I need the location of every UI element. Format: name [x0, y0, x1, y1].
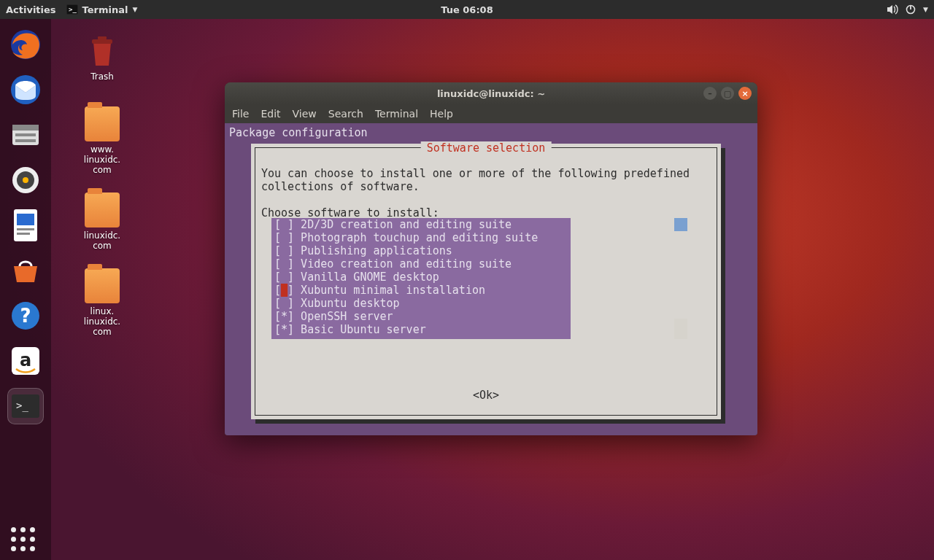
app-menu-label: Terminal [82, 4, 128, 15]
system-status-area[interactable]: ▼ [887, 4, 928, 15]
folder-icon [85, 268, 120, 303]
svg-point-13 [23, 177, 28, 183]
power-icon [906, 4, 916, 15]
menu-search[interactable]: Search [328, 108, 363, 120]
dock: ? a >_ [0, 19, 51, 560]
thunderbird-icon [9, 74, 42, 106]
tasksel-dialog: Software selection You can choose to ins… [251, 144, 721, 419]
chevron-down-icon: ▼ [132, 6, 137, 13]
svg-text:?: ? [20, 305, 31, 327]
menu-edit[interactable]: Edit [260, 108, 280, 120]
chevron-down-icon: ▼ [923, 6, 928, 13]
dock-terminal[interactable]: >_ [7, 388, 44, 424]
dock-amazon[interactable]: a [7, 343, 44, 379]
svg-rect-25 [98, 36, 107, 39]
dock-software[interactable] [7, 252, 44, 289]
amazon-icon: a [10, 346, 41, 376]
icon-label: linux. linuxidc. com [69, 306, 135, 337]
menu-file[interactable]: File [232, 108, 249, 120]
folder-icon [85, 192, 120, 228]
menu-view[interactable]: View [293, 108, 317, 120]
gnome-top-bar: Activities >_ Terminal ▼ Tue 06:08 ▼ [0, 0, 934, 19]
firefox-icon [9, 28, 42, 61]
dock-help[interactable]: ? [7, 298, 44, 334]
window-maximize-button[interactable]: ▢ [721, 87, 734, 100]
software-option[interactable]: [ ] Vanilla GNOME desktop [274, 271, 568, 284]
options-scrollbar[interactable] [674, 218, 687, 339]
terminal-window: linuxidc@linuxidc: ~ – ▢ × File Edit Vie… [225, 82, 757, 435]
dock-writer[interactable] [7, 207, 44, 244]
menu-help[interactable]: Help [430, 108, 453, 120]
window-titlebar[interactable]: linuxidc@linuxidc: ~ – ▢ × [225, 82, 757, 104]
folder-icon [85, 106, 120, 141]
software-option[interactable]: [ ] Xubuntu desktop [274, 297, 568, 310]
dialog-desc-line2: collections of software. [261, 180, 420, 193]
software-option[interactable]: [*] Basic Ubuntu server [274, 323, 568, 336]
window-title: linuxidc@linuxidc: ~ [437, 88, 545, 99]
desktop-folder-linuxidc[interactable]: linuxidc. com [69, 192, 135, 251]
window-minimize-button[interactable]: – [703, 87, 717, 100]
dialog-title: Software selection [421, 141, 552, 155]
terminal-icon: >_ [66, 4, 78, 15]
svg-rect-16 [17, 228, 34, 230]
ok-button[interactable]: <Ok> [473, 389, 499, 402]
app-menu-terminal[interactable]: >_ Terminal ▼ [66, 4, 138, 15]
help-icon: ? [10, 300, 41, 331]
rhythmbox-icon [9, 164, 42, 196]
software-option[interactable]: [ ] 2D/3D creation and editing suite [274, 218, 568, 231]
clock[interactable]: Tue 06:08 [441, 4, 493, 15]
dock-rhythmbox[interactable] [7, 162, 44, 198]
dialog-desc-line1: You can choose to install one or more of… [261, 167, 690, 180]
svg-text:>_: >_ [69, 6, 77, 13]
dock-firefox[interactable] [7, 26, 44, 63]
svg-rect-15 [17, 214, 34, 225]
terminal-menubar: File Edit View Search Terminal Help [225, 104, 757, 123]
software-options-list[interactable]: [ ] 2D/3D creation and editing suite[ ] … [271, 218, 571, 339]
svg-rect-24 [92, 39, 112, 44]
dock-thunderbird[interactable] [7, 71, 44, 108]
software-option[interactable]: [█] Xubuntu minimal installation [274, 284, 568, 297]
icon-label: www. linuxidc. com [69, 144, 135, 175]
activities-button[interactable]: Activities [6, 4, 56, 15]
show-applications-button[interactable] [11, 527, 35, 551]
volume-icon [887, 4, 898, 15]
window-close-button[interactable]: × [738, 87, 752, 100]
desktop-folder-www[interactable]: www. linuxidc. com [69, 106, 135, 175]
svg-rect-10 [15, 139, 36, 142]
menu-terminal[interactable]: Terminal [375, 108, 418, 120]
trash-icon [85, 34, 120, 69]
svg-text:>_: >_ [16, 400, 28, 412]
terminal-icon: >_ [10, 393, 41, 419]
svg-text:a: a [20, 350, 31, 370]
icon-label: linuxidc. com [69, 230, 135, 251]
files-icon [9, 120, 42, 149]
icon-label: Trash [69, 71, 135, 82]
svg-rect-8 [12, 125, 39, 131]
svg-rect-9 [15, 133, 36, 136]
dock-files[interactable] [7, 117, 44, 153]
desktop-folder-linux[interactable]: linux. linuxidc. com [69, 268, 135, 337]
terminal-body[interactable]: Package configuration Software selection… [225, 123, 757, 435]
software-icon [9, 256, 42, 285]
svg-rect-17 [17, 233, 30, 235]
writer-icon [11, 208, 40, 243]
software-option[interactable]: [ ] Publishing applications [274, 244, 568, 257]
software-option[interactable]: [ ] Photograph touchup and editing suite [274, 231, 568, 244]
package-config-header: Package configuration [229, 126, 753, 139]
software-option[interactable]: [*] OpenSSH server [274, 310, 568, 323]
software-option[interactable]: [ ] Video creation and editing suite [274, 257, 568, 271]
desktop-trash[interactable]: Trash [69, 34, 135, 82]
